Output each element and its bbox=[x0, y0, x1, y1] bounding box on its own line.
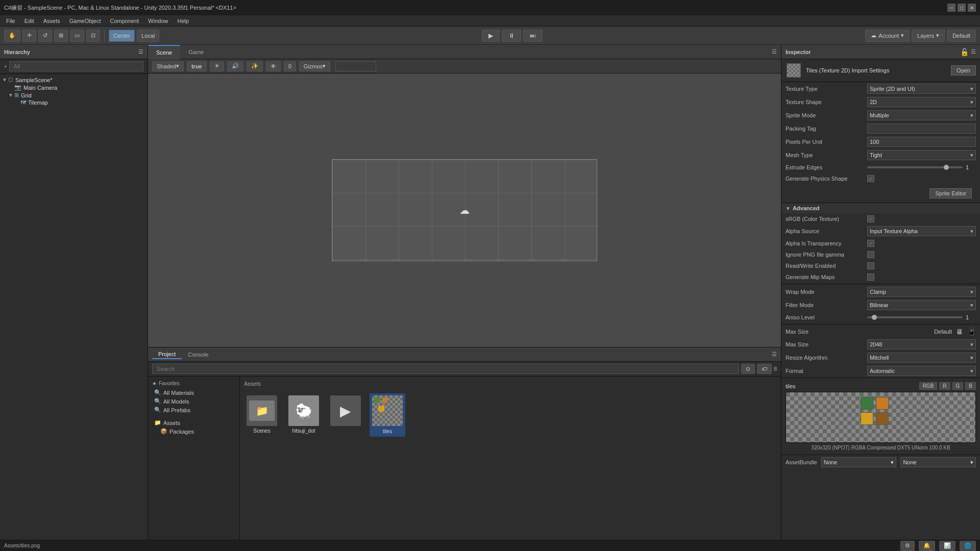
status-btn-4[interactable]: 🌐 bbox=[960, 541, 976, 551]
default-platform-label: Default bbox=[934, 329, 952, 335]
texture-type-dropdown[interactable]: Sprite (2D and UI) ▾ bbox=[867, 84, 976, 94]
packing-tag-input[interactable] bbox=[867, 123, 976, 134]
pause-button[interactable]: ⏸ bbox=[502, 30, 521, 42]
pixels-per-unit-input[interactable]: 100 bbox=[867, 137, 976, 147]
play-button[interactable]: ▶ bbox=[482, 30, 500, 42]
menu-assets[interactable]: Assets bbox=[39, 17, 64, 25]
extrude-slider[interactable] bbox=[867, 166, 963, 168]
status-btn-2[interactable]: 🔔 bbox=[919, 541, 935, 551]
scene-stats[interactable]: 0 bbox=[284, 61, 296, 71]
scene-light[interactable]: ☀ bbox=[210, 61, 224, 71]
r-button[interactable]: R bbox=[939, 382, 950, 390]
project-search-input[interactable] bbox=[152, 364, 739, 374]
scene-search[interactable] bbox=[335, 61, 376, 71]
menu-component[interactable]: Component bbox=[106, 17, 143, 25]
scene-hidden[interactable]: 👁 bbox=[266, 61, 281, 71]
close-button[interactable]: ✕ bbox=[968, 4, 976, 12]
minimize-button[interactable]: ─ bbox=[947, 4, 955, 12]
scene-audio[interactable]: 🔊 bbox=[227, 61, 243, 71]
alpha-source-dropdown[interactable]: Input Texture Alpha ▾ bbox=[867, 226, 976, 236]
gizmos-dropdown[interactable]: Gizmos ▾ bbox=[299, 61, 330, 71]
assetbundle-dropdown-1[interactable]: None ▾ bbox=[821, 457, 897, 467]
menu-gameobject[interactable]: GameObject bbox=[65, 17, 105, 25]
assetbundle-dropdown-2[interactable]: None ▾ bbox=[900, 457, 976, 467]
inspector-lock[interactable]: 🔓 bbox=[960, 48, 969, 56]
rgb-button[interactable]: RGB bbox=[919, 382, 938, 390]
max-size-dropdown[interactable]: 2048 ▾ bbox=[867, 339, 976, 349]
hand-tool[interactable]: ✋ bbox=[4, 30, 20, 42]
resize-algo-dropdown[interactable]: Mitchell ▾ bbox=[867, 353, 976, 363]
menu-help[interactable]: Help bbox=[173, 17, 193, 25]
aniso-slider[interactable] bbox=[867, 316, 963, 318]
hierarchy-add[interactable]: + bbox=[4, 64, 7, 69]
project-menu[interactable]: ☰ bbox=[772, 351, 777, 358]
local-toggle[interactable]: Local bbox=[137, 30, 159, 42]
2d-toggle[interactable]: true bbox=[187, 61, 207, 71]
menu-file[interactable]: File bbox=[2, 17, 19, 25]
tab-scene[interactable]: Scene bbox=[148, 45, 180, 59]
g-button[interactable]: G bbox=[952, 382, 964, 390]
asset-tiles[interactable]: tiles bbox=[370, 393, 405, 437]
open-button[interactable]: Open bbox=[951, 65, 976, 76]
asset-hitsuji[interactable]: 🐑 hitsuji_dot bbox=[286, 393, 322, 437]
mesh-type-dropdown[interactable]: Tight ▾ bbox=[867, 150, 976, 160]
inspector-menu[interactable]: ☰ bbox=[971, 48, 976, 55]
account-button[interactable]: ☁ Account ▾ bbox=[865, 30, 910, 42]
tab-game[interactable]: Game bbox=[180, 45, 212, 59]
b-button[interactable]: B bbox=[965, 382, 976, 390]
ab-arrow-1: ▾ bbox=[891, 459, 894, 466]
fav-materials[interactable]: 🔍 All Materials bbox=[152, 388, 235, 397]
ignore-png-checkbox[interactable] bbox=[867, 251, 874, 258]
hierarchy-search[interactable] bbox=[9, 61, 143, 71]
scene-viewport[interactable]: ☁ bbox=[148, 73, 781, 347]
layout-button[interactable]: Default bbox=[947, 30, 976, 42]
fav-prefabs[interactable]: 🔍 All Prefabs bbox=[152, 406, 235, 414]
move-tool[interactable]: ✛ bbox=[22, 30, 36, 42]
menu-edit[interactable]: Edit bbox=[20, 17, 38, 25]
texture-shape-dropdown[interactable]: 2D ▾ bbox=[867, 97, 976, 107]
search-label-btn[interactable]: 🏷 bbox=[757, 364, 772, 374]
tab-console[interactable]: Console bbox=[182, 350, 214, 359]
tile-1 bbox=[861, 397, 873, 410]
fav-models[interactable]: 🔍 All Models bbox=[152, 397, 235, 406]
tree-item-maincamera[interactable]: 📷 Main Camera bbox=[2, 84, 145, 91]
step-button[interactable]: ⏭ bbox=[523, 30, 543, 42]
wrap-mode-dropdown[interactable]: Clamp ▾ bbox=[867, 287, 976, 297]
tree-item-samplescene[interactable]: ▼ ⬡ SampleScene* bbox=[2, 76, 145, 84]
tree-item-grid[interactable]: ▼ ⊞ Grid bbox=[2, 91, 145, 99]
filter-mode-dropdown[interactable]: Bilinear ▾ bbox=[867, 300, 976, 310]
window-controls: ─ □ ✕ bbox=[947, 4, 976, 12]
rotate-tool[interactable]: ↺ bbox=[38, 30, 52, 42]
sprite-editor-button[interactable]: Sprite Editor bbox=[929, 188, 972, 198]
center-toggle[interactable]: Center bbox=[109, 30, 135, 42]
generate-physics-checkbox[interactable] bbox=[867, 175, 874, 182]
project-header: Project Console ☰ bbox=[148, 347, 781, 362]
render-mode-dropdown[interactable]: Shaded ▾ bbox=[152, 61, 184, 71]
mipmap-checkbox[interactable] bbox=[867, 273, 874, 281]
scene-panel-menu[interactable]: ☰ bbox=[768, 48, 781, 55]
status-btn-3[interactable]: 📊 bbox=[939, 541, 955, 551]
packages-item[interactable]: 📦 Packages bbox=[152, 427, 235, 436]
srgb-checkbox[interactable] bbox=[867, 215, 874, 222]
status-path: Assets/tiles.png bbox=[4, 543, 900, 548]
status-btn-1[interactable]: ⚙ bbox=[900, 541, 915, 551]
advanced-section-header[interactable]: ▼ Advanced bbox=[781, 203, 980, 213]
tab-project[interactable]: Project bbox=[152, 350, 182, 359]
tree-item-tilemap[interactable]: 🗺 Tilemap bbox=[2, 99, 145, 106]
assets-root-item[interactable]: 📁 Assets bbox=[152, 418, 235, 427]
scale-tool[interactable]: ⊞ bbox=[54, 30, 68, 42]
menu-window[interactable]: Window bbox=[144, 17, 172, 25]
readwrite-checkbox[interactable] bbox=[867, 262, 874, 269]
search-type-btn[interactable]: ⊙ bbox=[741, 364, 755, 374]
transform-tool[interactable]: ⊡ bbox=[86, 30, 100, 42]
scene-fx[interactable]: ✨ bbox=[247, 61, 263, 71]
asset-scenes[interactable]: 📁 Scenes bbox=[244, 393, 280, 437]
hierarchy-menu[interactable]: ☰ bbox=[138, 48, 143, 55]
asset-play[interactable]: ▶ bbox=[328, 393, 363, 437]
format-dropdown[interactable]: Automatic ▾ bbox=[867, 366, 976, 376]
maximize-button[interactable]: □ bbox=[958, 4, 966, 12]
layers-button[interactable]: Layers ▾ bbox=[912, 30, 945, 42]
sprite-mode-dropdown[interactable]: Multiple ▾ bbox=[867, 110, 976, 120]
rect-tool[interactable]: ▭ bbox=[70, 30, 84, 42]
alpha-transparency-checkbox[interactable] bbox=[867, 240, 874, 247]
